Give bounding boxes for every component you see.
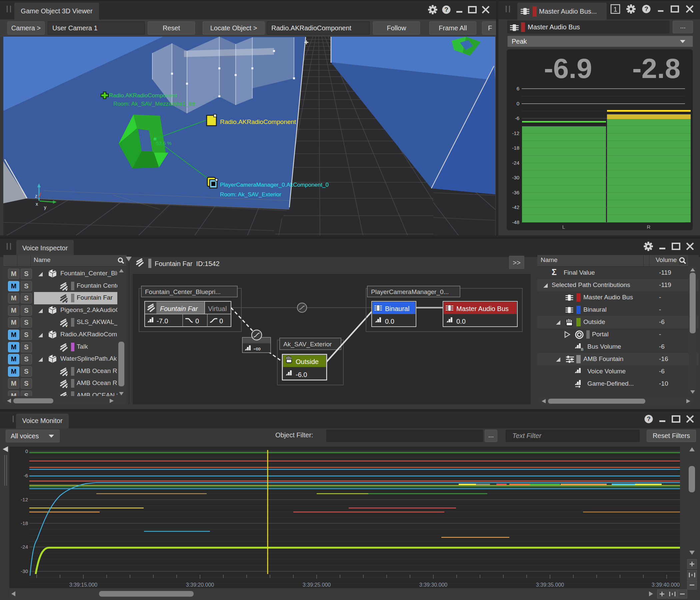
svg-text:1: 1 [613, 5, 617, 13]
svg-text:-42: -42 [512, 204, 519, 210]
svg-text:Virtual: Virtual [208, 305, 227, 312]
svg-text:-6.0: -6.0 [296, 371, 307, 378]
svg-text:-36: -36 [512, 190, 519, 195]
svg-text:3:39:15.000: 3:39:15.000 [69, 582, 98, 588]
svg-text:0: 0 [195, 317, 199, 325]
svg-text:0: 0 [25, 448, 28, 454]
svg-text:x: x [36, 201, 38, 207]
svg-text:-48: -48 [512, 219, 519, 225]
svg-text:Outside: Outside [296, 358, 319, 365]
svg-text:52.6 %: 52.6 % [156, 140, 172, 146]
svg-text:PlayerCameraManager_0...: PlayerCameraManager_0... [371, 288, 449, 296]
svg-text:-∞: -∞ [253, 345, 261, 352]
svg-text:-12: -12 [512, 130, 519, 136]
svg-text:L: L [562, 224, 565, 230]
svg-text:-6: -6 [24, 473, 28, 478]
svg-text:3:39:35.000: 3:39:35.000 [536, 582, 564, 588]
svg-text:Radio.AKRadioComponent: Radio.AKRadioComponent [109, 92, 177, 99]
svg-text:Fountain Far: Fountain Far [160, 305, 198, 312]
svg-text:>>: >> [512, 259, 520, 266]
svg-text:Master Audio Bus: Master Audio Bus [456, 305, 509, 312]
svg-text:y: y [44, 205, 46, 210]
svg-text:-6.9: -6.9 [544, 53, 592, 84]
svg-text:0: 0 [219, 317, 223, 325]
svg-text:Binaural: Binaural [385, 305, 409, 312]
svg-text:6: 6 [517, 86, 519, 91]
svg-text:v: v [65, 323, 68, 327]
svg-text:v: v [65, 384, 68, 388]
svg-text:v: v [65, 299, 68, 303]
svg-text:0: 0 [517, 101, 519, 106]
svg-text:3:39:20.000: 3:39:20.000 [186, 582, 214, 588]
svg-text:3:39:40.000: 3:39:40.000 [652, 582, 680, 588]
svg-text:-18: -18 [512, 145, 519, 151]
svg-text:R: R [647, 224, 651, 230]
svg-text:B: B [581, 347, 583, 351]
svg-text:-12: -12 [21, 497, 28, 502]
svg-text:Fountain Far ID:1542: Fountain Far ID:1542 [155, 260, 220, 267]
svg-text:Fountain_Center_Bluepri...: Fountain_Center_Bluepri... [145, 288, 221, 296]
svg-text:0.0: 0.0 [385, 318, 394, 325]
svg-text:-2.8: -2.8 [632, 53, 681, 84]
svg-text:-30: -30 [512, 175, 519, 180]
svg-text:?: ? [444, 6, 448, 13]
svg-text:z: z [35, 193, 38, 199]
svg-text:?: ? [647, 415, 651, 422]
svg-text:PlayerCameraManager_0.AkCompon: PlayerCameraManager_0.AkComponent_0 [220, 182, 329, 188]
svg-text:-18: -18 [21, 520, 28, 526]
svg-text:v: v [65, 287, 68, 291]
svg-text:-24: -24 [21, 544, 28, 550]
svg-text:Room: Ak_SAV_Exterior: Room: Ak_SAV_Exterior [220, 191, 281, 198]
svg-text:-30: -30 [21, 568, 28, 574]
svg-text:Ak_SAV_Exterior: Ak_SAV_Exterior [283, 341, 332, 348]
svg-text:v: v [65, 372, 68, 376]
svg-text:0.0: 0.0 [456, 318, 466, 325]
svg-text:-24: -24 [512, 160, 519, 166]
svg-text:-7.0: -7.0 [157, 317, 168, 325]
svg-text:?: ? [644, 5, 648, 12]
svg-text:3:39:30.000: 3:39:30.000 [419, 582, 448, 588]
svg-text:3:39:25.000: 3:39:25.000 [303, 582, 331, 588]
svg-text:Radio.AKRadioComponent: Radio.AKRadioComponent [220, 118, 296, 125]
svg-text:Room: Ak_SAV_Mezzanine1_Int: Room: Ak_SAV_Mezzanine1_Int [113, 101, 195, 107]
svg-text:-6: -6 [515, 115, 519, 121]
